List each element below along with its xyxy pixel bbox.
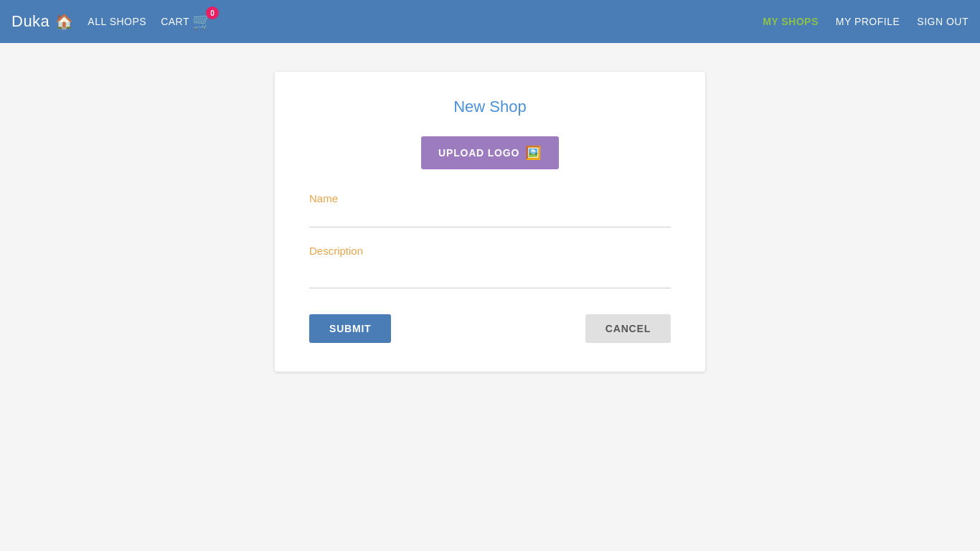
- name-field-group: Name: [309, 192, 671, 227]
- home-icon[interactable]: 🏠: [55, 13, 73, 30]
- name-label: Name: [309, 192, 671, 204]
- navbar: Duka 🏠 ALL SHOPS CART 🛒 0 MY SHOPS MY PR…: [0, 0, 980, 43]
- upload-image-icon: 🖼️: [525, 145, 542, 161]
- navbar-right: MY SHOPS MY PROFILE SIGN OUT: [763, 16, 969, 27]
- brand-name[interactable]: Duka: [11, 12, 50, 31]
- cancel-button[interactable]: CANCEL: [585, 314, 671, 343]
- upload-logo-label: UPLOAD LOGO: [438, 147, 519, 159]
- sign-out-link[interactable]: SIGN OUT: [917, 16, 969, 27]
- upload-logo-button[interactable]: UPLOAD LOGO 🖼️: [421, 136, 559, 169]
- upload-section: UPLOAD LOGO 🖼️: [309, 136, 671, 169]
- form-actions: SUBMIT CANCEL: [309, 314, 671, 343]
- all-shops-link[interactable]: ALL SHOPS: [88, 16, 146, 27]
- main-content: New Shop UPLOAD LOGO 🖼️ Name Description…: [0, 43, 980, 551]
- description-input[interactable]: [309, 260, 671, 288]
- name-input[interactable]: [309, 207, 671, 227]
- description-field-group: Description: [309, 245, 671, 291]
- navbar-brand: Duka 🏠: [11, 12, 73, 31]
- form-card: New Shop UPLOAD LOGO 🖼️ Name Description…: [275, 72, 705, 372]
- cart-label: CART: [161, 16, 189, 27]
- my-shops-link[interactable]: MY SHOPS: [763, 16, 819, 27]
- cart-badge: 0: [206, 6, 219, 19]
- cart-wrapper[interactable]: CART 🛒 0: [161, 12, 212, 31]
- nav-links: ALL SHOPS CART 🛒 0: [88, 12, 212, 31]
- my-profile-link[interactable]: MY PROFILE: [836, 16, 900, 27]
- description-label: Description: [309, 245, 671, 257]
- form-title: New Shop: [309, 98, 671, 116]
- navbar-left: Duka 🏠 ALL SHOPS CART 🛒 0: [11, 12, 212, 31]
- submit-button[interactable]: SUBMIT: [309, 314, 391, 343]
